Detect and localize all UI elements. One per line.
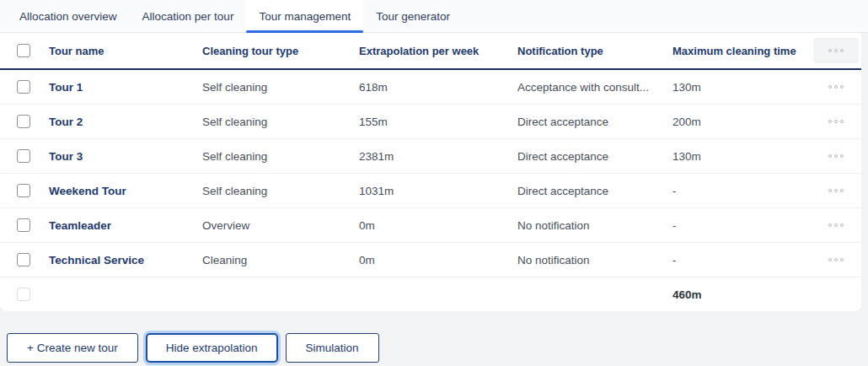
table-row: Tour 1 Self cleaning 618m Acceptance wit…	[0, 70, 861, 105]
action-bar: + Create new tour Hide extrapolation Sim…	[0, 311, 868, 363]
max-cleaning-time-cell: 130m	[672, 150, 811, 163]
table-row: Teamleader Overview 0m No notification -	[0, 208, 861, 243]
select-all-cell	[0, 44, 49, 57]
column-header-cleaning-tour-type: Cleaning tour type	[202, 45, 359, 57]
total-max-cleaning-time: 460m	[672, 288, 811, 301]
table-row: Weekend Tour Self cleaning 1031m Direct …	[0, 174, 861, 208]
max-cleaning-time-cell: -	[672, 254, 811, 266]
max-cleaning-time-cell: -	[672, 219, 811, 232]
tour-name-link[interactable]: Teamleader	[49, 219, 202, 232]
tour-name-link[interactable]: Tour 1	[49, 81, 202, 94]
column-options-button[interactable]	[813, 38, 859, 63]
tour-name-link[interactable]: Technical Service	[49, 254, 202, 266]
notification-type-cell: Direct acceptance	[517, 116, 672, 128]
hide-extrapolation-button[interactable]: Hide extrapolation	[146, 333, 278, 363]
notification-type-cell: No notification	[517, 219, 672, 232]
row-checkbox[interactable]	[17, 218, 30, 232]
table-row: Technical Service Cleaning 0m No notific…	[0, 243, 861, 277]
column-header-notification-type: Notification type	[517, 45, 672, 57]
row-checkbox[interactable]	[17, 115, 30, 128]
ellipsis-icon	[828, 85, 832, 89]
tab-allocation-per-tour[interactable]: Allocation per tour	[130, 0, 247, 32]
extrapolation-cell: 2381m	[359, 150, 517, 163]
tour-table: Tour name Cleaning tour type Extrapolati…	[0, 33, 861, 311]
cleaning-tour-type-cell: Self cleaning	[202, 81, 359, 94]
tour-name-link[interactable]: Tour 2	[49, 116, 202, 128]
notification-type-cell: No notification	[517, 254, 672, 266]
ellipsis-icon	[828, 189, 832, 192]
ellipsis-icon	[828, 154, 832, 158]
ellipsis-icon	[828, 258, 832, 261]
notification-type-cell: Direct acceptance	[517, 150, 672, 163]
tab-tour-management[interactable]: Tour management	[246, 0, 363, 32]
column-header-extrapolation-per-week: Extrapolation per week	[359, 45, 517, 57]
extrapolation-cell: 618m	[359, 81, 517, 94]
table-row: Tour 2 Self cleaning 155m Direct accepta…	[0, 105, 861, 139]
create-new-tour-button[interactable]: + Create new tour	[7, 333, 138, 363]
notification-type-cell: Direct acceptance	[517, 185, 672, 197]
ellipsis-icon	[828, 223, 832, 227]
tab-bar: Allocation overview Allocation per tour …	[0, 0, 868, 33]
max-cleaning-time-cell: 130m	[672, 81, 811, 94]
column-header-tour-name: Tour name	[49, 45, 202, 57]
cleaning-tour-type-cell: Self cleaning	[202, 150, 359, 163]
cleaning-tour-type-cell: Overview	[202, 219, 359, 232]
extrapolation-cell: 0m	[359, 254, 517, 266]
max-cleaning-time-cell: 200m	[672, 116, 811, 128]
footer-checkbox	[17, 288, 30, 301]
extrapolation-cell: 1031m	[359, 185, 517, 197]
max-cleaning-time-cell: -	[672, 185, 811, 197]
ellipsis-icon	[828, 49, 832, 52]
extrapolation-cell: 155m	[359, 116, 517, 128]
select-all-checkbox[interactable]	[17, 44, 30, 57]
cleaning-tour-type-cell: Cleaning	[202, 254, 359, 266]
row-menu-button[interactable]	[811, 208, 861, 242]
row-checkbox[interactable]	[17, 184, 30, 197]
row-menu-button[interactable]	[811, 174, 861, 207]
table-header-row: Tour name Cleaning tour type Extrapolati…	[0, 33, 861, 70]
tab-allocation-overview[interactable]: Allocation overview	[7, 0, 130, 32]
row-menu-button[interactable]	[811, 70, 861, 104]
row-checkbox[interactable]	[17, 253, 30, 266]
table-row: Tour 3 Self cleaning 2381m Direct accept…	[0, 139, 861, 174]
tour-name-link[interactable]: Weekend Tour	[49, 185, 202, 197]
tab-tour-generator[interactable]: Tour generator	[363, 0, 463, 32]
simulation-button[interactable]: Simulation	[286, 333, 379, 363]
row-checkbox[interactable]	[17, 80, 30, 94]
table-footer-row: 460m	[0, 277, 861, 311]
tour-name-link[interactable]: Tour 3	[49, 150, 202, 163]
cleaning-tour-type-cell: Self cleaning	[202, 116, 359, 128]
column-options-cell	[811, 38, 861, 63]
row-menu-button[interactable]	[811, 105, 861, 138]
row-menu-button[interactable]	[811, 243, 861, 277]
notification-type-cell: Acceptance with consult...	[517, 81, 672, 94]
row-menu-button[interactable]	[811, 139, 861, 173]
extrapolation-cell: 0m	[359, 219, 517, 232]
ellipsis-icon	[828, 120, 832, 123]
column-header-maximum-cleaning-time: Maximum cleaning time	[672, 45, 811, 57]
cleaning-tour-type-cell: Self cleaning	[202, 185, 359, 197]
row-checkbox[interactable]	[17, 149, 30, 163]
